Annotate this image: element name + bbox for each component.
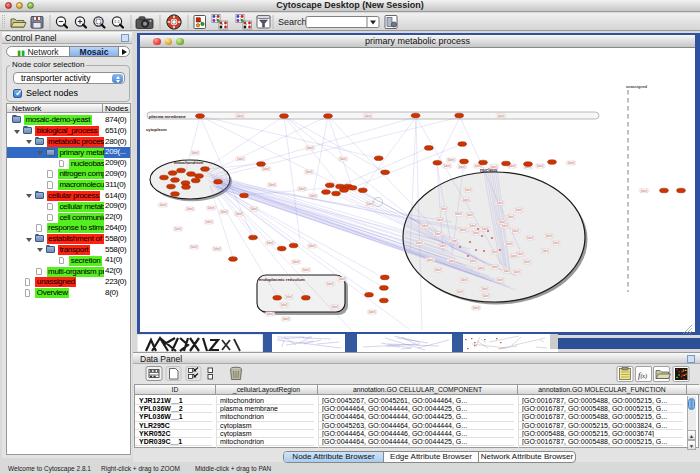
svg-text:Search:: Search:: [278, 17, 309, 27]
svg-text:(label): (label): [174, 227, 181, 231]
svg-text:(label): (label): [513, 270, 520, 274]
svg-text:(label): (label): [364, 114, 371, 118]
svg-text:(label): (label): [237, 157, 244, 161]
svg-text:(label): (label): [338, 277, 345, 281]
svg-text:(label): (label): [305, 170, 312, 174]
svg-text:(label): (label): [515, 208, 522, 212]
svg-text:(label): (label): [447, 158, 454, 162]
svg-text:(label): (label): [510, 254, 517, 258]
svg-text:(label): (label): [439, 244, 446, 248]
svg-text:(label): (label): [462, 198, 469, 202]
svg-text:(label): (label): [339, 157, 346, 161]
svg-text:(label): (label): [464, 188, 471, 192]
svg-text:(label): (label): [501, 224, 508, 228]
svg-text:(label): (label): [236, 114, 243, 118]
svg-text:(label): (label): [268, 183, 275, 187]
svg-text:(label): (label): [497, 114, 504, 118]
svg-text:(label): (label): [205, 220, 212, 224]
svg-text:(label): (label): [213, 247, 220, 251]
svg-text:(label): (label): [482, 294, 489, 298]
svg-text:(label): (label): [443, 164, 450, 168]
svg-text:(label): (label): [469, 224, 476, 228]
svg-text:(label): (label): [309, 194, 316, 198]
svg-text:(label): (label): [498, 220, 505, 224]
svg-text:(label): (label): [477, 266, 484, 270]
svg-text:(label): (label): [552, 241, 559, 245]
svg-text:(label): (label): [545, 234, 552, 238]
svg-text:(label): (label): [298, 187, 305, 191]
svg-text:(label): (label): [207, 206, 214, 210]
svg-text:(label): (label): [505, 242, 512, 246]
svg-text:(label): (label): [448, 259, 455, 263]
svg-text:(label): (label): [496, 278, 503, 282]
svg-text:(label): (label): [536, 164, 543, 168]
svg-text:(label): (label): [512, 229, 519, 233]
svg-text:(label): (label): [159, 203, 166, 207]
svg-text:(label): (label): [459, 228, 466, 232]
svg-text:(label): (label): [567, 161, 574, 165]
svg-text:(label): (label): [331, 305, 338, 309]
svg-text:(label): (label): [436, 218, 443, 222]
svg-text:(label): (label): [481, 287, 488, 291]
svg-text:(label): (label): [503, 269, 510, 273]
svg-text:cytoplasm: cytoplasm: [146, 127, 167, 132]
svg-text:(label): (label): [368, 310, 375, 314]
svg-text:(label): (label): [266, 312, 273, 316]
svg-text:(label): (label): [190, 245, 197, 249]
svg-text:(label): (label): [306, 146, 313, 150]
svg-text:(label): (label): [280, 303, 287, 307]
svg-text:(label): (label): [440, 207, 447, 211]
svg-text:(label): (label): [496, 201, 503, 205]
svg-text:(label): (label): [434, 232, 441, 236]
svg-text:(label): (label): [285, 295, 292, 299]
svg-text:(label): (label): [469, 259, 476, 263]
svg-text:(label): (label): [366, 202, 373, 206]
svg-text:(label): (label): [466, 213, 473, 217]
svg-text:(label): (label): [460, 278, 467, 282]
svg-text:plasma membrane: plasma membrane: [149, 114, 186, 119]
svg-text:(label): (label): [250, 207, 257, 211]
svg-text:(label): (label): [451, 239, 458, 243]
svg-text:(label): (label): [326, 282, 333, 286]
svg-text:(label): (label): [456, 290, 463, 294]
svg-text:(label): (label): [472, 306, 479, 310]
svg-text:(label): (label): [455, 212, 462, 216]
svg-text:(label): (label): [523, 260, 530, 264]
svg-text:(label): (label): [458, 165, 465, 169]
svg-text:(label): (label): [507, 215, 514, 219]
svg-text:(label): (label): [491, 250, 498, 254]
svg-text:(label): (label): [415, 241, 422, 245]
svg-text:(label): (label): [472, 231, 479, 235]
svg-text:mitochondrion: mitochondrion: [174, 160, 204, 165]
svg-text:(label): (label): [191, 151, 198, 155]
svg-text:(label): (label): [308, 244, 315, 248]
svg-text:unassigned: unassigned: [626, 85, 648, 89]
svg-text:(label): (label): [262, 167, 269, 171]
svg-text:(label): (label): [220, 210, 227, 214]
svg-text:(label): (label): [292, 260, 299, 264]
svg-text:(label): (label): [421, 224, 428, 228]
svg-text:1:1: 1:1: [114, 19, 120, 24]
svg-text:(label): (label): [235, 212, 242, 216]
svg-text:(label): (label): [491, 265, 498, 269]
svg-text:(label): (label): [426, 258, 433, 262]
svg-text:(label): (label): [434, 268, 441, 272]
svg-text:(label): (label): [526, 236, 533, 240]
svg-text:(label): (label): [640, 189, 647, 193]
svg-text:(label): (label): [302, 268, 309, 272]
svg-text:(label): (label): [490, 165, 497, 169]
svg-text:(label): (label): [282, 317, 289, 321]
svg-text:(label): (label): [542, 249, 549, 253]
svg-text:(label): (label): [266, 241, 273, 245]
svg-text:(label): (label): [186, 207, 193, 211]
